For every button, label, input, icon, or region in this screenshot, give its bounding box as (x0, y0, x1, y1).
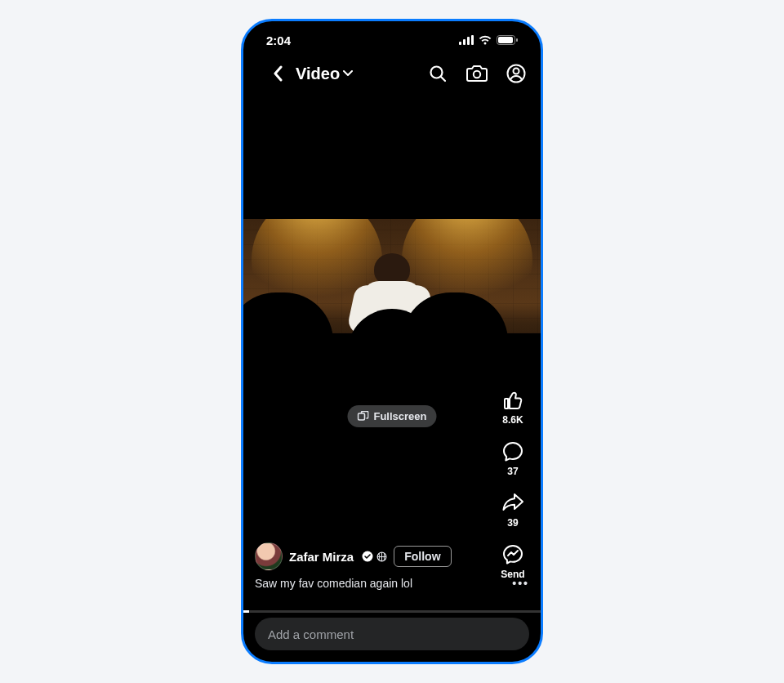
author-row[interactable]: Zafar Mirza Follow (255, 542, 483, 570)
nav-bar: Video (243, 59, 541, 88)
wifi-icon (479, 35, 492, 45)
svg-rect-0 (459, 42, 461, 45)
comment-input[interactable]: Add a comment (255, 618, 529, 650)
messenger-icon (501, 543, 524, 566)
phone-frame: 2:04 Video (241, 19, 543, 664)
svg-rect-5 (498, 37, 513, 43)
progress-fill (243, 610, 249, 613)
avatar[interactable] (255, 542, 283, 570)
comment-button[interactable]: 37 (501, 440, 524, 477)
status-icons (459, 35, 518, 45)
back-button[interactable] (266, 62, 289, 85)
search-button[interactable] (426, 62, 449, 85)
profile-button[interactable] (505, 62, 528, 85)
action-rail: 8.6K 37 39 Send (493, 389, 532, 580)
video-content (243, 219, 541, 407)
status-bar: 2:04 (243, 21, 541, 59)
profile-icon (506, 64, 526, 83)
svg-point-11 (514, 69, 519, 74)
post-meta: Zafar Mirza Follow Saw my fav comedian a… (255, 542, 483, 590)
author-badges (362, 551, 387, 562)
signal-icon (459, 35, 474, 45)
svg-line-8 (441, 77, 445, 81)
post-caption: Saw my fav comedian again lol (255, 577, 412, 590)
verified-icon (362, 551, 373, 562)
fullscreen-label: Fullscreen (373, 410, 426, 422)
chevron-left-icon (273, 65, 283, 82)
comment-icon (501, 440, 524, 463)
camera-icon (466, 65, 488, 83)
like-count: 8.6K (502, 414, 523, 426)
more-button[interactable]: ••• (512, 577, 529, 590)
share-icon (501, 492, 525, 515)
fullscreen-icon (357, 411, 368, 422)
search-icon (428, 64, 448, 83)
svg-rect-3 (471, 35, 474, 45)
battery-icon (497, 35, 518, 45)
svg-rect-6 (516, 38, 518, 42)
like-icon (501, 389, 524, 412)
chevron-down-icon (343, 70, 353, 77)
svg-rect-1 (463, 39, 466, 45)
follow-button[interactable]: Follow (394, 546, 451, 567)
globe-icon (376, 551, 387, 562)
share-button[interactable]: 39 (501, 492, 525, 529)
like-button[interactable]: 8.6K (501, 389, 524, 426)
author-name: Zafar Mirza (289, 550, 354, 564)
send-button[interactable]: Send (501, 543, 524, 580)
nav-title-dropdown[interactable]: Video (296, 65, 353, 83)
camera-button[interactable] (466, 62, 488, 85)
svg-rect-12 (358, 413, 364, 420)
svg-point-9 (474, 71, 480, 78)
nav-title-label: Video (296, 65, 340, 83)
progress-bar[interactable] (243, 610, 541, 613)
video-area[interactable]: Fullscreen 8.6K 37 39 Send (243, 88, 541, 662)
status-time: 2:04 (266, 33, 291, 47)
comment-count: 37 (507, 466, 518, 477)
comment-placeholder: Add a comment (268, 627, 354, 641)
share-count: 39 (507, 517, 518, 529)
svg-rect-2 (467, 37, 470, 45)
fullscreen-button[interactable]: Fullscreen (347, 405, 436, 427)
